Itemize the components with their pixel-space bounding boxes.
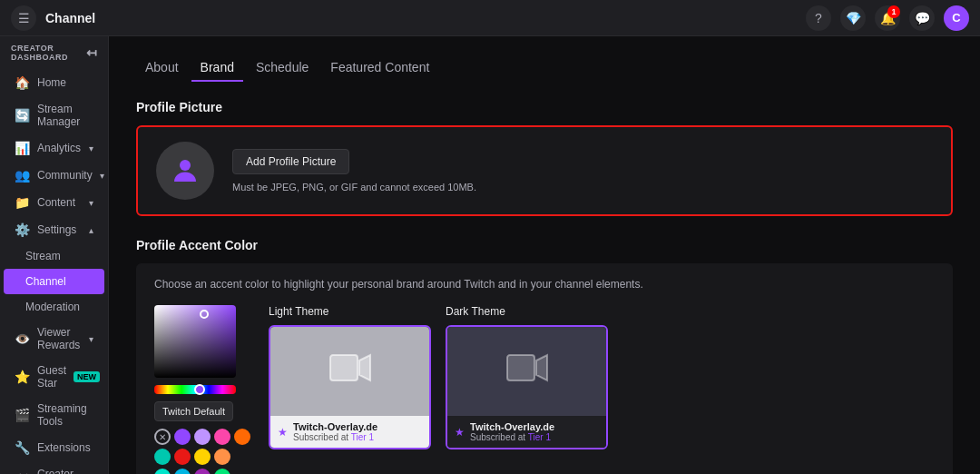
viewer-rewards-icon: 👁️ — [15, 331, 30, 346]
accent-description: Choose an accent color to highlight your… — [154, 278, 935, 291]
tab-featured-content[interactable]: Featured Content — [321, 54, 438, 82]
swatch-cyan[interactable] — [154, 469, 171, 474]
hue-slider[interactable] — [154, 385, 236, 394]
swatch-clear[interactable]: ✕ — [154, 429, 171, 445]
gem-icon[interactable]: 💎 — [840, 5, 866, 31]
swatch-orange[interactable] — [234, 429, 250, 445]
tab-brand[interactable]: Brand — [191, 54, 243, 82]
swatch-purple[interactable] — [174, 429, 191, 445]
accent-color-section: Choose an accent color to highlight your… — [136, 263, 953, 474]
dark-theme-label: Dark Theme — [446, 305, 608, 318]
accent-color-title: Profile Accent Color — [136, 238, 953, 252]
main-content: About Brand Schedule Featured Content Pr… — [109, 36, 980, 474]
gradient-handle[interactable] — [200, 310, 209, 319]
swatch-green[interactable] — [214, 469, 230, 474]
swatch-pink[interactable] — [194, 429, 211, 445]
creator-dashboard-header: Creator Dashboard ↤ — [0, 36, 108, 69]
sidebar-item-creator-camp[interactable]: 🏕️ Creator Camp ↗ — [4, 461, 104, 474]
user-icon — [169, 154, 201, 187]
chevron-down-icon: ▾ — [89, 198, 93, 208]
add-profile-picture-button[interactable]: Add Profile Picture — [232, 149, 349, 174]
sidebar-item-stream[interactable]: Stream — [4, 243, 104, 269]
chevron-up-icon: ▴ — [89, 225, 93, 235]
svg-marker-2 — [359, 355, 370, 380]
notifications-icon[interactable]: 🔔 — [875, 5, 900, 31]
twitch-default-button[interactable]: Twitch Default — [154, 401, 233, 421]
accent-layout: Twitch Default ✕ — [154, 305, 935, 474]
svg-marker-4 — [536, 355, 547, 380]
collapse-icon[interactable]: ↤ — [86, 45, 98, 60]
profile-pic-hint: Must be JPEG, PNG, or GIF and cannot exc… — [232, 182, 476, 193]
swatch-row-3 — [154, 469, 250, 474]
chevron-down-icon: ▾ — [89, 143, 93, 153]
avatar-placeholder — [156, 142, 214, 200]
light-subscribed-text: Subscribed at Tier 1 — [293, 432, 377, 442]
avatar[interactable]: C — [944, 5, 969, 31]
topbar-right: ? 💎 🔔 💬 C — [806, 5, 969, 31]
stream-manager-icon: 🔄 — [15, 108, 30, 123]
sidebar-item-home[interactable]: 🏠 Home — [4, 69, 104, 96]
theme-previews: Light Theme — [269, 305, 935, 449]
tab-schedule[interactable]: Schedule — [247, 54, 318, 82]
sidebar-item-streaming-tools[interactable]: 🎬 Streaming Tools — [4, 396, 104, 434]
swatch-red[interactable] — [174, 449, 191, 465]
chat-icon[interactable]: 💬 — [909, 5, 935, 31]
sidebar-item-analytics[interactable]: 📊 Analytics ▾ — [4, 134, 104, 162]
swatch-teal[interactable] — [154, 449, 171, 465]
swatch-yellow[interactable] — [194, 449, 211, 465]
tab-about[interactable]: About — [136, 54, 188, 82]
dark-theme-preview: Dark Theme ★ — [446, 305, 608, 449]
svg-rect-3 — [507, 355, 534, 380]
chevron-down-icon: ▾ — [89, 334, 93, 344]
swatch-row-1: ✕ — [154, 429, 250, 445]
profile-picture-box: Add Profile Picture Must be JPEG, PNG, o… — [136, 125, 953, 216]
light-channel-name: Twitch-Overlay.de — [293, 421, 377, 432]
app-layout: Creator Dashboard ↤ 🏠 Home 🔄 Stream Mana… — [0, 36, 980, 474]
svg-point-0 — [180, 160, 191, 171]
sidebar-item-content[interactable]: 📁 Content ▾ — [4, 189, 104, 216]
profile-picture-title: Profile Picture — [136, 100, 953, 114]
content-icon: 📁 — [15, 195, 30, 210]
sidebar-item-channel[interactable]: Channel — [4, 269, 104, 294]
sidebar-item-community[interactable]: 👥 Community ▾ — [4, 162, 104, 189]
gradient-picker[interactable] — [154, 305, 236, 378]
topbar-left: ☰ Channel — [11, 5, 95, 31]
light-theme-preview: Light Theme — [269, 305, 431, 449]
dark-channel-info: Twitch-Overlay.de Subscribed at Tier 1 — [470, 421, 554, 442]
topbar: ☰ Channel ? 💎 🔔 💬 C — [0, 0, 980, 36]
video-camera-icon — [505, 351, 549, 391]
sidebar-item-settings[interactable]: ⚙️ Settings ▴ — [4, 216, 104, 243]
extensions-icon: 🔧 — [15, 440, 30, 455]
settings-icon: ⚙️ — [15, 222, 30, 237]
streaming-tools-icon: 🎬 — [15, 408, 30, 422]
sidebar-item-extensions[interactable]: 🔧 Extensions — [4, 434, 104, 461]
hue-handle[interactable] — [194, 384, 205, 395]
sidebar-item-guest-star[interactable]: ⭐ Guest Star NEW — [4, 358, 104, 396]
swatch-hot-pink[interactable] — [214, 429, 230, 445]
dark-tier: Tier 1 — [528, 432, 551, 442]
help-icon[interactable]: ? — [806, 5, 831, 31]
swatch-violet[interactable] — [194, 469, 211, 474]
sidebar-item-viewer-rewards[interactable]: 👁️ Viewer Rewards ▾ — [4, 320, 104, 358]
menu-icon[interactable]: ☰ — [11, 5, 36, 31]
sidebar-item-moderation[interactable]: Moderation — [4, 294, 104, 320]
svg-rect-1 — [330, 355, 358, 380]
swatch-row-2 — [154, 449, 250, 465]
swatch-light-orange[interactable] — [214, 449, 230, 465]
light-theme-info: ★ Twitch-Overlay.de Subscribed at Tier 1 — [270, 416, 429, 448]
dark-video-area — [447, 327, 606, 416]
light-tier: Tier 1 — [351, 432, 374, 442]
light-video-area — [270, 327, 429, 416]
swatch-blue[interactable] — [174, 469, 191, 474]
light-theme-card: ★ Twitch-Overlay.de Subscribed at Tier 1 — [269, 325, 431, 449]
analytics-icon: 📊 — [15, 141, 30, 155]
dark-subscribed-text: Subscribed at Tier 1 — [470, 432, 554, 442]
dark-theme-info: ★ Twitch-Overlay.de Subscribed at Tier 1 — [447, 416, 606, 448]
sidebar: Creator Dashboard ↤ 🏠 Home 🔄 Stream Mana… — [0, 36, 109, 474]
color-picker-container: Twitch Default ✕ — [154, 305, 250, 474]
sidebar-item-stream-manager[interactable]: 🔄 Stream Manager — [4, 96, 104, 134]
light-theme-label: Light Theme — [269, 305, 431, 318]
star-icon: ★ — [278, 426, 288, 439]
home-icon: 🏠 — [15, 75, 30, 90]
profile-pic-info: Add Profile Picture Must be JPEG, PNG, o… — [232, 149, 476, 193]
